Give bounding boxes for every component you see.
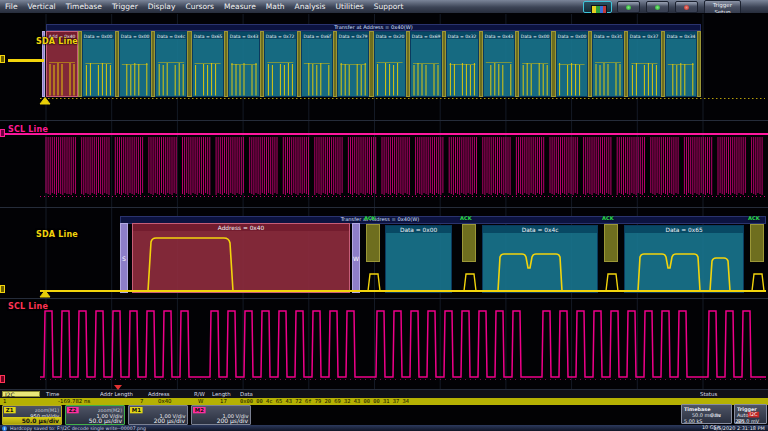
timebase-samples: 5.00 kS bbox=[684, 418, 703, 424]
menu-item-display[interactable]: Display bbox=[143, 2, 181, 11]
status-message: Hardcopy saved to: F:\I2C decode single … bbox=[10, 425, 146, 430]
menu-item-measure[interactable]: Measure bbox=[219, 2, 261, 11]
oscilloscope-screen: FileVerticalTimebaseTriggerDisplayCursor… bbox=[0, 0, 768, 431]
menu-item-timebase[interactable]: Timebase bbox=[61, 2, 107, 11]
status-button-3[interactable] bbox=[675, 1, 698, 13]
clock-timestamp: 1/5/2020 2:31:18 PM bbox=[714, 425, 765, 431]
trigger-descriptor[interactable]: TriggerI2C Auto205.0 mV SPI bbox=[734, 404, 767, 424]
horizontal-scale: 200 μs/div bbox=[129, 417, 187, 424]
channel-descriptor-z2[interactable]: Z2zoom(M2)1.00 V/div50.0 μs/div bbox=[65, 405, 125, 425]
channel-tag: Z2 bbox=[67, 407, 78, 413]
timebase-label: Timebase bbox=[684, 406, 711, 412]
trigger-mode: Auto bbox=[737, 412, 748, 418]
table-cell-rw: W bbox=[198, 398, 203, 404]
waveforms bbox=[0, 13, 768, 390]
table-cell-address: 0x40 bbox=[158, 398, 172, 404]
table-header-addr-length: Addr Length bbox=[100, 391, 133, 397]
table-cell-length: 17 bbox=[220, 398, 227, 404]
table-header-r-w: R/W bbox=[194, 391, 205, 397]
table-header-data: Data bbox=[240, 391, 253, 397]
scl1-position-marker[interactable] bbox=[0, 129, 5, 137]
trigger-label: Trigger bbox=[737, 406, 757, 412]
timebase-descriptor[interactable]: Timebase0 ns 50.0 ms/div 5.00 kS10 GS/s bbox=[681, 404, 732, 424]
ack-label: ACK bbox=[364, 215, 376, 221]
red-status-icon bbox=[684, 5, 689, 10]
menu-item-support[interactable]: Support bbox=[369, 2, 409, 11]
waveform-grid: SDA Line SCL Line SDA Line SCL Line Tran… bbox=[0, 13, 768, 390]
sda1-trace-label: SDA Line bbox=[36, 37, 78, 46]
decode-protocol-badge[interactable]: I2C bbox=[2, 391, 40, 398]
horizontal-scale: 50.0 μs/div bbox=[66, 417, 124, 424]
table-cell-data: 0x00 00 4c 65 43 72 6f 79 20 69 32 43 00… bbox=[240, 398, 409, 404]
scl2-position-marker[interactable] bbox=[0, 375, 5, 383]
channel-title: zoom(M1) bbox=[35, 407, 59, 413]
decode-table-header: I2C TimeAddr LengthAddressR/WLengthDataS… bbox=[0, 390, 768, 398]
ack-label: ACK bbox=[460, 215, 472, 221]
horizontal-scale: 200 μs/div bbox=[192, 417, 250, 424]
menu-item-analysis[interactable]: Analysis bbox=[290, 2, 331, 11]
channel-tag: M1 bbox=[130, 407, 143, 413]
info-icon: i bbox=[2, 426, 7, 431]
table-header-length: Length bbox=[212, 391, 231, 397]
green-status-icon bbox=[626, 5, 631, 10]
green-status-icon bbox=[655, 5, 660, 10]
table-header-status: Status bbox=[700, 391, 717, 397]
decode-table-row[interactable]: 1-169.782 ns70x40W170x00 00 4c 65 43 72 … bbox=[0, 398, 768, 405]
menu-item-trigger[interactable]: Trigger bbox=[107, 2, 143, 11]
sda2-trace-label: SDA Line bbox=[36, 230, 78, 239]
scl1-trace-label: SCL Line bbox=[8, 125, 48, 134]
trigger-aux: SPI bbox=[737, 418, 745, 424]
status-button-1[interactable] bbox=[617, 1, 640, 13]
menu-item-utilities[interactable]: Utilities bbox=[331, 2, 369, 11]
channel-tag: M2 bbox=[193, 407, 206, 413]
table-cell-addr_length: 7 bbox=[140, 398, 143, 404]
channel-descriptor-m1[interactable]: M11.00 V/div200 μs/div bbox=[128, 405, 188, 425]
channel-title: zoom(M2) bbox=[98, 407, 122, 413]
timebase-rate: 10 GS/s bbox=[702, 424, 721, 430]
display-capture-button[interactable] bbox=[583, 1, 612, 13]
scl2-trace-label: SCL Line bbox=[8, 302, 48, 311]
table-cell-time: -169.782 ns bbox=[58, 398, 90, 404]
ack-label: ACK bbox=[748, 215, 760, 221]
trigger-position-marker[interactable] bbox=[114, 385, 122, 390]
channel-descriptor-m2[interactable]: M21.00 V/div200 μs/div bbox=[191, 405, 251, 425]
status-bar: i Hardcopy saved to: F:\I2C decode singl… bbox=[0, 425, 768, 431]
channel-descriptor-z1[interactable]: Z1zoom(M1)950 mV/div50.0 μs/div bbox=[2, 405, 62, 425]
sda1-position-marker[interactable] bbox=[0, 55, 5, 63]
menu-item-math[interactable]: Math bbox=[261, 2, 290, 11]
timebase-scale: 50.0 ms/div bbox=[692, 412, 721, 418]
table-cell-index: 1 bbox=[3, 398, 6, 404]
status-button-2[interactable] bbox=[646, 1, 669, 13]
menu-item-cursors[interactable]: Cursors bbox=[180, 2, 219, 11]
table-header-time: Time bbox=[46, 391, 59, 397]
ack-label: ACK bbox=[602, 215, 614, 221]
menu-item-file[interactable]: File bbox=[0, 2, 23, 11]
sda2-position-marker[interactable] bbox=[0, 285, 5, 293]
channel-tag: Z1 bbox=[4, 407, 15, 413]
menu-item-vertical[interactable]: Vertical bbox=[23, 2, 61, 11]
horizontal-scale: 50.0 μs/div bbox=[3, 417, 61, 424]
table-header-address: Address bbox=[148, 391, 170, 397]
